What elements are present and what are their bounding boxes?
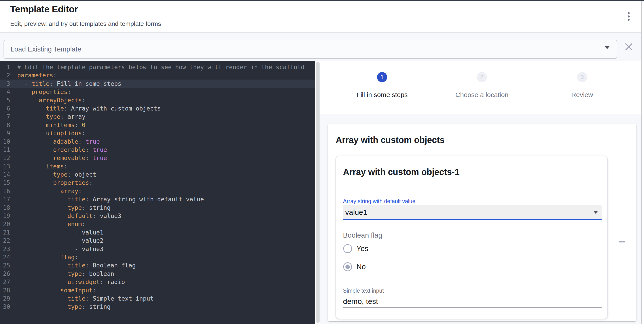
editor-line: 20 enum: xyxy=(0,220,315,228)
line-number: 3 xyxy=(0,80,13,88)
window-right-gap xyxy=(642,1,644,324)
load-existing-template-select[interactable]: Load Existing Template xyxy=(4,40,617,59)
line-number: 14 xyxy=(0,170,13,179)
step-label: Review xyxy=(525,91,640,99)
line-code: type: array xyxy=(17,113,315,121)
line-number: 28 xyxy=(0,286,13,294)
template-yaml-editor[interactable]: 1# Edit the template parameters below to… xyxy=(0,61,315,324)
radio-dot xyxy=(346,264,350,269)
radio-option-label: Yes xyxy=(356,244,368,253)
line-code: properties: xyxy=(17,179,315,187)
line-code: - title: Fill in some steps xyxy=(17,80,315,88)
header-menu-button[interactable] xyxy=(622,10,635,23)
line-code: # Edit the template parameters below to … xyxy=(17,63,315,71)
line-code: array: xyxy=(17,187,315,195)
clear-template-button[interactable] xyxy=(624,42,634,52)
step-label: Choose a location xyxy=(424,91,539,99)
editor-line: 15 properties: xyxy=(0,179,315,187)
editor-line: 2parameters: xyxy=(0,71,315,79)
step-connector xyxy=(391,77,473,77)
radio-group-label: Boolean flag xyxy=(343,231,382,239)
select-field-label: Array string with default value xyxy=(343,198,416,204)
editor-line: 26 type: boolean xyxy=(0,270,315,278)
editor-line: 25 title: Boolean flag xyxy=(0,261,315,269)
line-number: 9 xyxy=(0,129,13,137)
page-title: Template Editor xyxy=(10,4,78,15)
radio-option-label: No xyxy=(356,262,366,271)
array-string-select[interactable]: value1 xyxy=(343,205,602,219)
line-code: minItems: 0 xyxy=(17,121,315,129)
step-circle-1: 1 xyxy=(377,72,387,82)
editor-line: 30 type: string xyxy=(0,302,315,311)
line-code: default: value3 xyxy=(17,212,315,220)
line-code: - value3 xyxy=(17,245,315,253)
line-number: 12 xyxy=(0,154,13,162)
line-code: flag: xyxy=(17,253,315,261)
line-number: 20 xyxy=(0,220,13,228)
line-number: 5 xyxy=(0,96,13,104)
editor-lines: 1# Edit the template parameters below to… xyxy=(0,61,315,311)
line-code: orderable: true xyxy=(17,146,315,154)
minus-icon xyxy=(619,241,625,242)
step-label: Fill in some steps xyxy=(325,91,440,99)
split-pane-divider[interactable] xyxy=(316,62,320,323)
radio-option-yes[interactable]: Yes xyxy=(343,244,368,253)
line-number: 25 xyxy=(0,261,13,269)
line-number: 2 xyxy=(0,71,13,79)
page-subtitle: Edit, preview, and try out templates and… xyxy=(10,20,161,28)
page-header: Template Editor Edit, preview, and try o… xyxy=(0,1,644,32)
simple-text-input[interactable]: demo, test xyxy=(343,297,378,306)
line-number: 8 xyxy=(0,121,13,129)
line-code: type: boolean xyxy=(17,270,315,278)
editor-line: 5 arrayObjects: xyxy=(0,96,315,104)
line-code: type: object xyxy=(17,170,315,179)
editor-line: 3 - title: Fill in some steps xyxy=(0,80,315,88)
line-code: title: Boolean flag xyxy=(17,261,315,269)
line-number: 30 xyxy=(0,302,13,311)
editor-line: 13 items: xyxy=(0,162,315,170)
line-code: title: Array with custom objects xyxy=(17,104,315,113)
editor-line: 27 ui:widget: radio xyxy=(0,278,315,286)
line-number: 27 xyxy=(0,278,13,286)
line-code: title: Array string with default value xyxy=(17,195,315,203)
editor-line: 28 someInput: xyxy=(0,286,315,294)
editor-line: 23 - value3 xyxy=(0,245,315,253)
close-icon xyxy=(624,42,634,52)
line-code: type: string xyxy=(17,302,315,311)
remove-array-item-button[interactable] xyxy=(616,236,627,247)
line-code: - value2 xyxy=(17,236,315,245)
step-circle-2: 2 xyxy=(477,72,487,82)
editor-line: 29 title: Simple text input xyxy=(0,294,315,302)
radio-option-no[interactable]: No xyxy=(343,262,366,271)
line-code: title: Simple text input xyxy=(17,294,315,302)
editor-line: 16 array: xyxy=(0,187,315,195)
line-number: 13 xyxy=(0,162,13,170)
line-code: type: string xyxy=(17,204,315,212)
window-right-edge[interactable] xyxy=(641,1,642,324)
chevron-down-icon xyxy=(593,211,598,214)
line-number: 4 xyxy=(0,88,13,96)
line-code: properties: xyxy=(17,88,315,96)
line-code: parameters: xyxy=(17,71,315,79)
editor-line: 4 properties: xyxy=(0,88,315,96)
array-string-select-value: value1 xyxy=(345,208,367,217)
editor-line: 12 removable: true xyxy=(0,154,315,162)
line-code: addable: true xyxy=(17,137,315,146)
radio-unchecked-icon xyxy=(343,244,352,253)
line-number: 6 xyxy=(0,104,13,113)
line-number: 15 xyxy=(0,179,13,187)
editor-line: 11 orderable: true xyxy=(0,146,315,154)
editor-line: 17 title: Array string with default valu… xyxy=(0,195,315,203)
line-code: ui:widget: radio xyxy=(17,278,315,286)
line-number: 21 xyxy=(0,228,13,236)
line-number: 7 xyxy=(0,113,13,121)
line-number: 24 xyxy=(0,253,13,261)
editor-line: 19 default: value3 xyxy=(0,212,315,220)
kebab-vertical-icon xyxy=(628,12,630,14)
step-connector xyxy=(491,77,573,77)
editor-line: 24 flag: xyxy=(0,253,315,261)
array-section-title: Array with custom objects xyxy=(336,135,444,145)
array-item-title: Array with custom objects-1 xyxy=(343,167,460,177)
step-circle-3: 3 xyxy=(577,72,587,82)
text-field-label: Simple text input xyxy=(343,287,384,294)
